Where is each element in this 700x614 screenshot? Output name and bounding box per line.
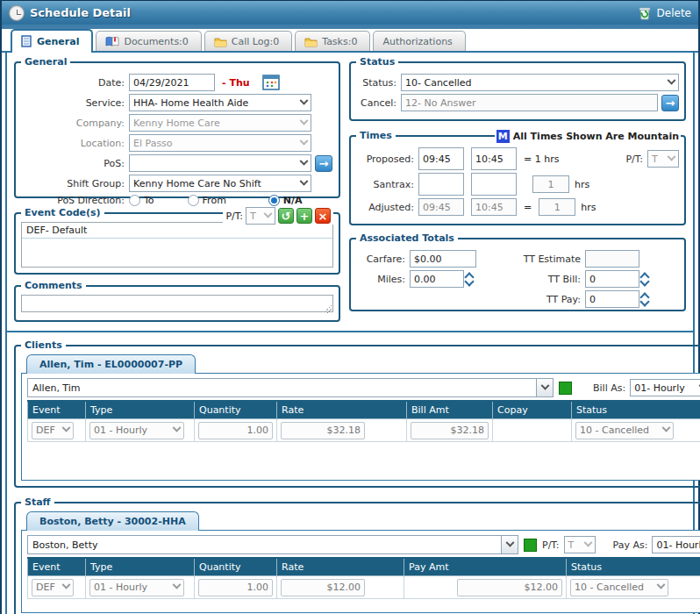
pay-as-select[interactable]: 01- Hourly [652, 536, 700, 553]
add-event-code-icon[interactable]: + [296, 208, 312, 224]
pos-label: PoS: [21, 158, 125, 169]
col-bill-amt: Bill Amt [407, 401, 493, 419]
tab-strip: General Documents:0 Call Log:0 Tasks:0 [2, 29, 698, 53]
bill-as-select[interactable]: 01- Hourly [630, 379, 700, 396]
table-row: DEF 01 - Hourly 1.00 $32.18 $32.18 10 - … [28, 419, 700, 442]
combo-dropdown-button[interactable] [501, 535, 518, 554]
radio-from[interactable] [188, 195, 199, 206]
tab-call-log[interactable]: Call Log:0 [204, 31, 292, 51]
chevron-down-icon [62, 581, 71, 589]
window-title: Schedule Detail [30, 6, 131, 19]
calendar-icon[interactable] [262, 75, 280, 90]
row-rate-value: $12.00 [281, 579, 365, 596]
tt-pay-spinner[interactable] [641, 294, 648, 305]
staff-tab[interactable]: Boston, Betty - 30002-HHA [26, 511, 199, 531]
pos-go-button[interactable]: → [315, 155, 332, 172]
staff-fieldset: Staff + × Boston, Betty - 30002-HHA Bost… [14, 496, 700, 614]
tt-bill-input[interactable] [585, 270, 639, 288]
chevron-down-icon [300, 156, 309, 165]
santrax-end-input[interactable] [471, 173, 517, 196]
tt-estimate-label: TT Estimate [505, 253, 581, 265]
adjusted-start-input [418, 198, 464, 216]
status-select[interactable]: 10- Cancelled [401, 74, 679, 91]
miles-spinner[interactable] [466, 274, 473, 285]
tab-documents[interactable]: Documents:0 [96, 31, 201, 51]
times-banner-text: All Times Shown Are Mountain [513, 131, 679, 142]
shift-group-select[interactable]: Kenny Home Care No Shift [129, 175, 311, 192]
date-input[interactable] [129, 74, 215, 91]
row-pay-amt-value: $12.00 [457, 579, 562, 596]
comments-textarea[interactable] [21, 295, 333, 312]
radio-na[interactable] [268, 195, 280, 206]
santrax-label: Santrax: [356, 179, 414, 190]
event-code-item[interactable]: DEF- Default [22, 223, 332, 239]
table-header-row: Event Type Quantity Rate Bill Amt Copay … [28, 401, 700, 419]
bill-as-label: Bill As: [593, 382, 625, 394]
cancel-label: Cancel: [356, 97, 396, 109]
tab-call-log-label: Call Log:0 [232, 36, 279, 47]
proposed-start-input[interactable] [418, 147, 464, 170]
proposed-end-input[interactable] [471, 147, 517, 170]
schedule-detail-window: Schedule Detail Delete General [0, 0, 700, 614]
row-type-select: 01 - Hourly [89, 579, 184, 596]
tab-tasks[interactable]: Tasks:0 [295, 31, 370, 51]
service-value: HHA- Home Health Aide [133, 97, 248, 109]
left-column: General Date: - Thu [14, 56, 340, 327]
location-value: El Passo [133, 138, 173, 149]
service-select[interactable]: HHA- Home Health Aide [129, 94, 311, 111]
times-fieldset: Times M All Times Shown Are Mountain Pro… [349, 130, 686, 225]
remove-event-code-icon[interactable]: × [315, 208, 331, 224]
carfare-input[interactable] [410, 250, 476, 268]
tab-general[interactable]: General [11, 29, 93, 51]
cancel-go-button[interactable]: → [661, 95, 679, 111]
col-quantity: Quantity [195, 401, 277, 419]
title-bar: Schedule Detail Delete [2, 0, 698, 25]
miles-input[interactable] [410, 270, 464, 288]
pay-as-label: Pay As: [613, 539, 648, 551]
combo-dropdown-button[interactable] [536, 378, 554, 397]
col-type: Type [86, 401, 195, 419]
tt-bill-spinner[interactable] [641, 274, 648, 285]
chevron-down-icon [62, 424, 71, 432]
col-type: Type [86, 558, 195, 576]
santrax-hours-input [532, 175, 569, 193]
clients-legend: Clients [21, 339, 66, 351]
shift-group-label: Shift Group: [21, 178, 125, 189]
book-icon [105, 36, 119, 47]
radio-to-label: To [144, 195, 154, 206]
santrax-start-input[interactable] [418, 173, 464, 196]
staff-name-value: Boston, Betty [27, 535, 501, 554]
chevron-down-icon [657, 581, 666, 589]
tab-authorizations[interactable]: Authorizations [373, 31, 465, 51]
row-quantity-value: 1.00 [198, 422, 273, 439]
event-codes-list[interactable]: DEF- Default [21, 222, 333, 268]
staff-pt-select: T [564, 536, 596, 553]
tt-pay-input[interactable] [585, 290, 639, 308]
radio-to[interactable] [129, 195, 140, 206]
staff-pay-table: Event Type Quantity Rate Pay Amt Status … [27, 557, 700, 599]
tab-documents-label: Documents:0 [124, 36, 188, 47]
undo-icon[interactable]: ↺ [278, 208, 294, 224]
client-name-combobox[interactable]: Allen, Tim [27, 378, 554, 397]
bill-as-value: 01- Hourly [634, 382, 685, 394]
chevron-down-icon [300, 116, 309, 125]
row-type-select: 01 - Hourly [89, 422, 184, 439]
row-bill-amt-value: $32.18 [411, 422, 489, 439]
client-name-value: Allen, Tim [27, 378, 536, 397]
folder-icon [304, 37, 318, 47]
tt-pay-label: TT Pay: [505, 294, 581, 305]
status-fieldset: Status Status: 10- Cancelled Cancel: → [349, 56, 686, 121]
col-status: Status [572, 401, 700, 419]
table-header-row: Event Type Quantity Rate Pay Amt Status [28, 558, 700, 576]
staff-name-combobox[interactable]: Boston, Betty [27, 535, 518, 554]
delete-button[interactable]: Delete [637, 5, 691, 21]
chevron-down-icon [300, 96, 309, 104]
pos-select[interactable] [129, 154, 311, 172]
shift-group-value: Kenny Home Care No Shift [133, 178, 261, 189]
chevron-down-icon [300, 176, 309, 185]
times-legend: Times [356, 130, 396, 141]
client-tab[interactable]: Allen, Tim - EL0000007-PP [26, 354, 196, 374]
adjusted-end-input [471, 198, 517, 216]
row-status-select: 10 - Cancelled [575, 422, 674, 439]
staff-status-indicator [524, 539, 537, 552]
